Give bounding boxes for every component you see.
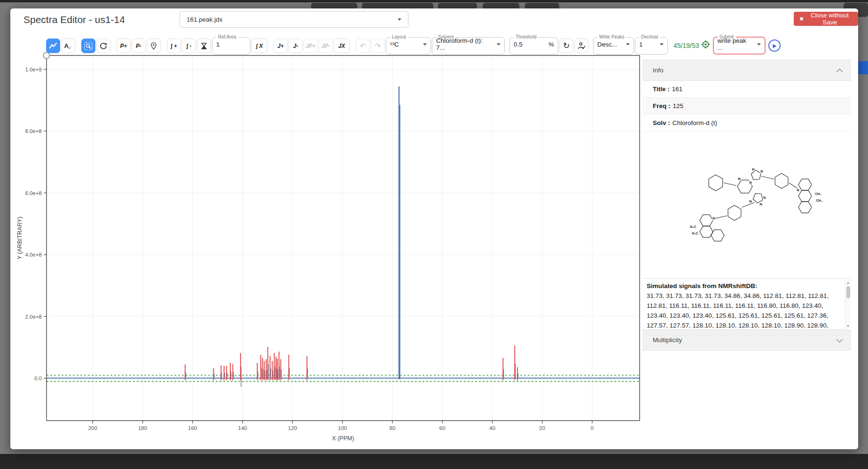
undo-button[interactable]: ↶ <box>356 39 370 53</box>
svg-text:160: 160 <box>188 425 197 431</box>
close-without-save-button[interactable]: ✖ Close without Save <box>794 12 858 26</box>
write-peaks-select[interactable]: Write Peaks Desc... <box>593 35 634 55</box>
svg-text:8.0e+8: 8.0e+8 <box>25 128 42 134</box>
file-select[interactable]: 161.peak.jdx <box>180 11 408 28</box>
info-solv-value: Chloroform-d (t) <box>673 119 717 126</box>
a-check-icon: A✓ <box>64 42 72 49</box>
decimal-value: 1 <box>639 41 643 48</box>
svg-text:200: 200 <box>88 425 97 431</box>
zigzag-line-icon <box>49 42 57 50</box>
jx-button[interactable]: JX <box>334 39 350 53</box>
svg-text:4.0e+8: 4.0e+8 <box>25 252 42 258</box>
info-title-label: Title : <box>653 86 670 93</box>
svg-text:N: N <box>749 180 751 185</box>
svg-text:CH₃: CH₃ <box>816 199 822 202</box>
close-icon: ✖ <box>799 16 804 22</box>
svg-text:N: N <box>759 202 762 206</box>
line-tool-button[interactable] <box>46 39 60 53</box>
solvent-select[interactable]: Solvent Chloroform-d (t): 7... <box>432 35 505 55</box>
svg-text:N: N <box>738 177 740 181</box>
svg-text:0: 0 <box>591 425 594 431</box>
threshold-label: Threshold <box>514 35 538 39</box>
svg-text:0.0: 0.0 <box>34 375 42 381</box>
auto-assignment-button[interactable]: A✓ <box>61 39 75 53</box>
solvent-value: Chloroform-d (t): 7... <box>436 37 493 51</box>
caret-down-icon <box>757 43 761 46</box>
threshold-field: Threshold % <box>509 35 558 55</box>
info-header-label: Info <box>653 67 664 74</box>
undo-icon: ↶ <box>360 42 366 49</box>
decimal-label: Decimal <box>639 35 660 39</box>
info-row-freq: Freq : 125 <box>642 98 851 115</box>
info-title-value: 161 <box>672 86 683 93</box>
peak-add-button[interactable]: P+ <box>117 39 131 53</box>
scroll-up-icon[interactable]: ▲ <box>846 280 850 285</box>
j-remove-button[interactable]: J- <box>289 39 303 53</box>
multiplicity-section-header[interactable]: Multiplicity <box>642 329 851 351</box>
svg-text:6.0e+8: 6.0e+8 <box>25 190 42 196</box>
write-peaks-label: Write Peaks <box>597 35 626 39</box>
svg-text:40: 40 <box>489 425 495 431</box>
svg-text:N: N <box>712 216 715 220</box>
threshold-input[interactable] <box>514 41 538 48</box>
play-icon: ▶ <box>773 43 776 49</box>
auto-assign-check-button[interactable] <box>574 39 588 53</box>
reset-zoom-button[interactable] <box>96 39 110 53</box>
svg-text:1.0e+9: 1.0e+9 <box>25 67 42 72</box>
baseline-hourglass-button[interactable] <box>197 39 211 53</box>
info-panel: Info Title : 161 Freq : 125 Solv : Chlor… <box>642 60 851 132</box>
recalculate-button[interactable]: ↻ <box>559 39 573 53</box>
peak-pick-pin-button[interactable] <box>147 39 161 53</box>
file-select-value: 161.peak.jdx <box>187 16 223 23</box>
j-add-button[interactable]: J+ <box>274 39 288 53</box>
info-freq-label: Freq : <box>653 102 671 109</box>
write-peaks-value: Desc... <box>597 41 617 48</box>
scrollbar-thumb[interactable] <box>846 286 850 298</box>
scrollbar[interactable]: ▲ ▼ <box>845 280 851 328</box>
ref-area-input[interactable] <box>216 41 246 48</box>
info-freq-value: 125 <box>673 102 684 109</box>
submit-select[interactable]: Submit write peak ... <box>713 35 766 55</box>
svg-text:H₃C: H₃C <box>690 225 696 228</box>
target-button[interactable] <box>701 40 710 50</box>
jp-remove-button[interactable]: JP- <box>319 39 333 53</box>
chevron-up-icon <box>837 69 843 75</box>
location-pin-icon <box>149 42 158 50</box>
reset-zoom-icon <box>99 42 108 50</box>
person-check-icon <box>578 42 586 50</box>
peak-remove-button[interactable]: P- <box>132 39 146 53</box>
svg-text:N: N <box>797 188 799 192</box>
threshold-unit: % <box>548 41 554 48</box>
caret-down-icon <box>423 43 427 46</box>
integral-add-button[interactable]: ∫ + <box>167 39 181 53</box>
integral-remove-button[interactable]: ∫ - <box>182 39 196 53</box>
layout-value: ¹³C <box>390 41 399 48</box>
svg-text:N: N <box>749 199 751 203</box>
info-row-solv: Solv : Chloroform-d (t) <box>642 115 851 132</box>
ref-area-field: Ref Area <box>212 35 250 55</box>
caret-down-icon <box>660 43 664 46</box>
jp-add-button[interactable]: JP+ <box>304 39 318 53</box>
ref-area-label: Ref Area <box>216 35 238 39</box>
layout-label: Layout <box>390 35 408 39</box>
redo-icon: ↷ <box>375 42 381 49</box>
zoom-select-button[interactable] <box>81 39 95 53</box>
scroll-down-icon[interactable]: ▼ <box>846 323 850 328</box>
page-title: Spectra Editor - us1-14 <box>23 14 125 25</box>
svg-text:20: 20 <box>539 425 545 431</box>
svg-text:80: 80 <box>390 425 396 431</box>
layout-select[interactable]: Layout ¹³C <box>386 35 431 55</box>
svg-text:H₃C: H₃C <box>692 232 698 235</box>
svg-text:100: 100 <box>338 425 347 431</box>
svg-text:Y (ARBITRARY): Y (ARBITRARY) <box>16 217 23 259</box>
refresh-icon: ↻ <box>563 42 570 50</box>
svg-text:N: N <box>763 195 766 200</box>
info-section-header[interactable]: Info <box>642 60 851 81</box>
submit-run-button[interactable]: ▶ <box>768 39 781 52</box>
integral-clear-button[interactable]: ∫ X <box>251 39 267 53</box>
redo-button[interactable]: ↷ <box>371 39 385 53</box>
decimal-select[interactable]: Decimal 1 <box>635 35 668 55</box>
simulated-signals-panel[interactable]: Simulated signals from NMRshiftDB: 31.73… <box>643 278 851 329</box>
info-solv-label: Solv : <box>653 119 670 126</box>
svg-text:X (PPM): X (PPM) <box>332 435 354 442</box>
